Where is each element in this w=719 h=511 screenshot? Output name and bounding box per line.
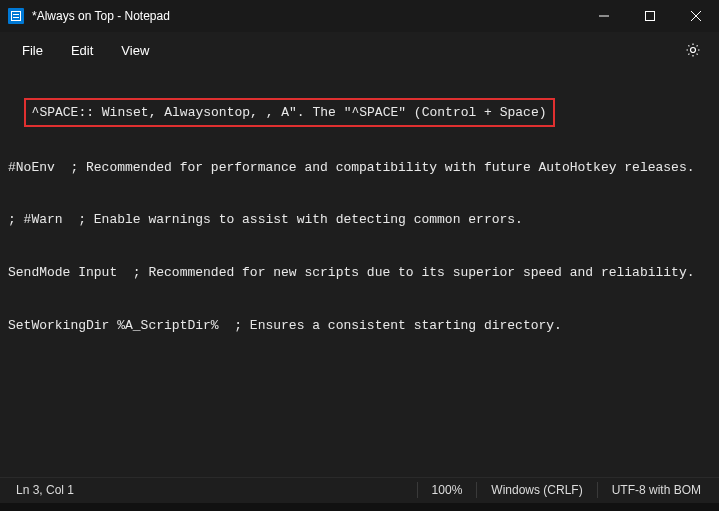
status-encoding: UTF-8 with BOM (598, 483, 715, 497)
code-line: SetWorkingDir %A_ScriptDir% ; Ensures a … (8, 317, 711, 335)
text-editor[interactable]: ^SPACE:: Winset, Alwaysontop, , A". The … (0, 68, 719, 364)
menu-edit[interactable]: Edit (57, 37, 107, 64)
minimize-button[interactable] (581, 0, 627, 32)
status-cursor-position: Ln 3, Col 1 (4, 483, 86, 497)
code-line: SendMode Input ; Recommended for new scr… (8, 264, 711, 282)
status-bar: Ln 3, Col 1 100% Windows (CRLF) UTF-8 wi… (0, 477, 719, 501)
window-title: *Always on Top - Notepad (32, 9, 170, 23)
status-zoom[interactable]: 100% (418, 483, 477, 497)
menu-bar: File Edit View (0, 32, 719, 68)
app-icon (8, 8, 24, 24)
menu-file[interactable]: File (8, 37, 57, 64)
window-controls (581, 0, 719, 32)
status-line-ending: Windows (CRLF) (477, 483, 596, 497)
gear-icon (685, 42, 701, 58)
svg-rect-1 (646, 12, 655, 21)
code-line-highlighted: ^SPACE:: Winset, Alwaysontop, , A". The … (32, 105, 547, 120)
code-line: ; #Warn ; Enable warnings to assist with… (8, 211, 711, 229)
window-border (0, 503, 719, 511)
code-line: #NoEnv ; Recommended for performance and… (8, 159, 711, 177)
menu-view[interactable]: View (107, 37, 163, 64)
maximize-button[interactable] (627, 0, 673, 32)
close-button[interactable] (673, 0, 719, 32)
highlighted-region: ^SPACE:: Winset, Alwaysontop, , A". The … (24, 98, 555, 128)
title-bar: *Always on Top - Notepad (0, 0, 719, 32)
settings-button[interactable] (675, 36, 711, 64)
